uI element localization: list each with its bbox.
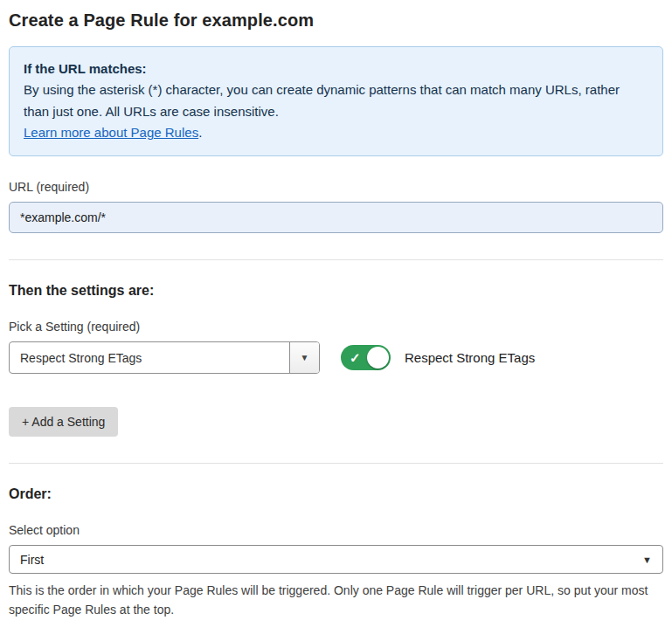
order-help-text: This is the order in which your Page Rul… xyxy=(9,582,655,619)
setting-select-value: Respect Strong ETags xyxy=(10,342,289,373)
caret-down-icon: ▼ xyxy=(301,353,309,362)
settings-section-heading: Then the settings are: xyxy=(9,283,663,299)
order-select-label: Select option xyxy=(9,523,663,537)
setting-select[interactable]: Respect Strong ETags ▼ xyxy=(9,341,320,374)
order-select-value: First xyxy=(20,553,44,567)
divider xyxy=(9,463,663,464)
order-section-heading: Order: xyxy=(9,486,663,502)
page-title: Create a Page Rule for example.com xyxy=(9,10,663,31)
link-period: . xyxy=(198,125,202,140)
toggle-label: Respect Strong ETags xyxy=(405,350,535,365)
toggle-knob xyxy=(367,347,389,369)
order-select[interactable]: First ▼ xyxy=(9,545,663,574)
pick-setting-label: Pick a Setting (required) xyxy=(9,320,663,334)
divider xyxy=(9,259,663,260)
url-input[interactable] xyxy=(9,202,663,233)
url-match-info-box: If the URL matches: By using the asteris… xyxy=(9,46,663,156)
chevron-down-icon: ▼ xyxy=(642,555,652,565)
setting-select-caret-button[interactable]: ▼ xyxy=(289,342,319,373)
respect-strong-etags-toggle[interactable]: ✓ xyxy=(341,345,391,370)
info-box-body: By using the asterisk (*) character, you… xyxy=(24,82,620,118)
learn-more-link[interactable]: Learn more about Page Rules xyxy=(24,125,198,140)
check-icon: ✓ xyxy=(350,351,361,364)
url-field-label: URL (required) xyxy=(9,180,663,194)
add-setting-button[interactable]: + Add a Setting xyxy=(9,407,118,437)
setting-row: Respect Strong ETags ▼ ✓ Respect Strong … xyxy=(9,341,663,374)
info-box-heading: If the URL matches: xyxy=(24,59,648,79)
